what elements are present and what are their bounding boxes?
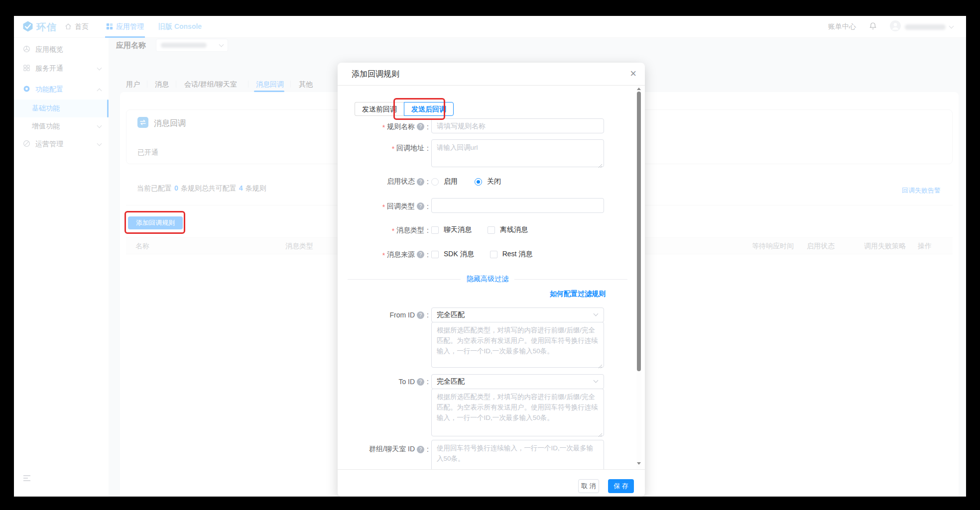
- scrollbar-down-arrow[interactable]: [637, 462, 641, 465]
- checkbox-chat-message[interactable]: [431, 226, 439, 234]
- callback-url-label: * 回调地址 :: [338, 143, 429, 153]
- required-mark: *: [392, 227, 394, 235]
- enable-status-label: 启用状态 ? :: [338, 177, 429, 186]
- to-id-textarea[interactable]: [431, 389, 604, 436]
- colon: :: [427, 251, 429, 259]
- checkbox-offline-message-label[interactable]: 离线消息: [500, 225, 528, 234]
- app-window: 环信 首页 应用管理 旧版 Console 账单中心 应用概览: [14, 16, 966, 497]
- label-text: 回调类型: [387, 202, 415, 211]
- save-button[interactable]: 保 存: [608, 479, 634, 493]
- required-mark: *: [382, 251, 385, 259]
- close-icon[interactable]: ×: [630, 67, 636, 81]
- colon: :: [427, 311, 429, 319]
- label-text: 消息来源: [387, 250, 415, 259]
- rule-name-label: * 规则名称 ? :: [338, 122, 429, 131]
- checkbox-rest-message-label[interactable]: Rest 消息: [502, 250, 533, 259]
- colon: :: [427, 123, 429, 131]
- label-text: 启用状态: [387, 177, 415, 186]
- enable-status-radio-group: 启用 关闭: [431, 177, 501, 186]
- help-icon[interactable]: ?: [417, 378, 424, 386]
- divider-line: [348, 279, 461, 280]
- colon: :: [427, 144, 429, 152]
- divider-line: [514, 279, 627, 280]
- colon: :: [427, 203, 429, 210]
- help-icon[interactable]: ?: [417, 178, 424, 186]
- colon: :: [427, 378, 429, 386]
- from-id-label: From ID ? :: [338, 311, 429, 319]
- cancel-button[interactable]: 取 消: [578, 479, 599, 493]
- label-text: To ID: [398, 378, 415, 386]
- rule-name-input[interactable]: [431, 118, 604, 133]
- checkbox-rest-message[interactable]: [490, 251, 497, 258]
- colon: :: [427, 226, 429, 234]
- colon: :: [427, 178, 429, 186]
- chevron-down-icon: [594, 378, 599, 383]
- modal-scrollbar-thumb[interactable]: [637, 92, 641, 371]
- how-to-configure-filter-link[interactable]: 如何配置过滤规则: [550, 290, 606, 299]
- radio-enable[interactable]: [431, 178, 439, 186]
- radio-disable-checked[interactable]: [475, 178, 482, 186]
- radio-enable-label[interactable]: 启用: [444, 177, 458, 186]
- label-text: 群组/聊天室 ID: [369, 445, 415, 454]
- selected-value: 完全匹配: [437, 377, 465, 386]
- help-icon[interactable]: ?: [417, 251, 424, 258]
- to-id-label: To ID ? :: [338, 378, 429, 386]
- advanced-filter-divider: 隐藏高级过滤: [348, 275, 627, 284]
- checkbox-offline-message[interactable]: [488, 226, 495, 234]
- tab-pre-send-callback[interactable]: 发送前回调: [355, 102, 404, 116]
- callback-type-label: * 回调类型 ? :: [338, 202, 429, 211]
- tab-post-send-callback[interactable]: 发送后回调: [404, 102, 454, 116]
- chevron-down-icon: [594, 311, 599, 316]
- help-icon[interactable]: ?: [417, 123, 424, 130]
- checkbox-sdk-message[interactable]: [431, 251, 439, 258]
- checkbox-sdk-message-label[interactable]: SDK 消息: [444, 250, 474, 259]
- dialog-title: 添加回调规则: [352, 69, 399, 80]
- required-mark: *: [382, 203, 385, 211]
- dialog-footer: 取 消 保 存: [338, 469, 645, 497]
- hide-advanced-filter-toggle[interactable]: 隐藏高级过滤: [467, 275, 508, 284]
- message-source-label: * 消息来源 ? :: [338, 250, 429, 259]
- from-id-textarea[interactable]: [431, 322, 604, 368]
- callback-phase-tabs: 发送前回调 发送后回调: [355, 102, 454, 116]
- message-type-checkbox-group: 聊天消息 离线消息: [431, 225, 528, 234]
- group-chatroom-id-label: 群组/聊天室 ID ? :: [338, 445, 429, 454]
- callback-url-textarea[interactable]: [431, 139, 604, 167]
- label-text: 消息类型: [396, 226, 424, 235]
- dialog-header: 添加回调规则 ×: [338, 63, 645, 86]
- help-icon[interactable]: ?: [417, 446, 424, 453]
- label-text: 规则名称: [387, 122, 415, 131]
- scrollbar-up-arrow[interactable]: [637, 88, 641, 90]
- selected-value: 完全匹配: [437, 310, 465, 319]
- checkbox-chat-message-label[interactable]: 聊天消息: [444, 225, 472, 234]
- add-callback-rule-dialog: 添加回调规则 × 发送前回调 发送后回调 * 规则名称 ? : * 回调地址 :…: [338, 63, 645, 497]
- required-mark: *: [382, 123, 385, 131]
- colon: :: [427, 445, 429, 453]
- callback-type-input[interactable]: [431, 198, 604, 213]
- help-icon[interactable]: ?: [417, 311, 424, 319]
- required-mark: *: [392, 145, 394, 153]
- radio-disable-label[interactable]: 关闭: [487, 177, 501, 186]
- from-id-match-select[interactable]: 完全匹配: [431, 307, 604, 322]
- message-type-label: * 消息类型 :: [338, 225, 429, 235]
- label-text: 回调地址: [396, 144, 424, 153]
- help-icon[interactable]: ?: [417, 203, 424, 210]
- to-id-match-select[interactable]: 完全匹配: [431, 374, 604, 389]
- message-source-checkbox-group: SDK 消息 Rest 消息: [431, 250, 532, 259]
- label-text: From ID: [390, 311, 415, 319]
